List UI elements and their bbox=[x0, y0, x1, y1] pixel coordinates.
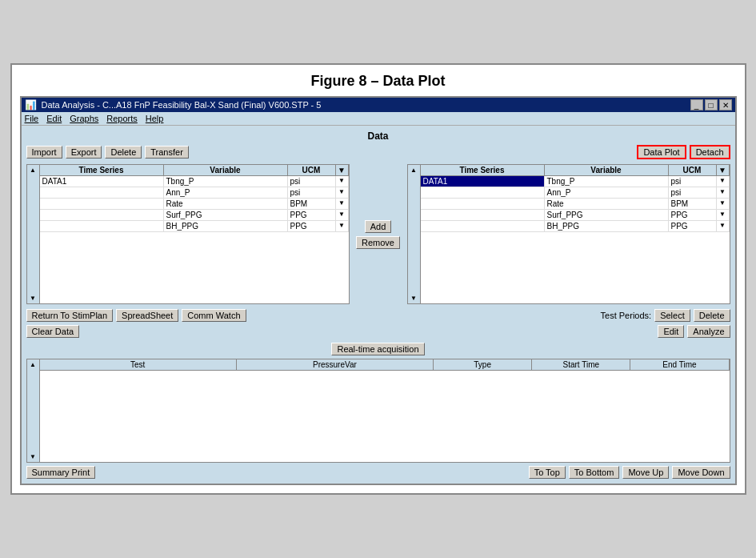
log-table-header: Test PressureVar Type Start Time End Tim… bbox=[40, 359, 730, 371]
detach-button[interactable]: Detach bbox=[690, 145, 730, 159]
to-bottom-button[interactable]: To Bottom bbox=[569, 466, 620, 479]
figure-title: Figure 8 – Data Plot bbox=[20, 73, 737, 90]
menu-file[interactable]: File bbox=[25, 114, 39, 123]
remove-button[interactable]: Remove bbox=[356, 236, 400, 249]
left-scroll-down-icon[interactable]: ▼ bbox=[30, 295, 36, 302]
left-table-header: Time Series Variable UCM ▼ bbox=[40, 165, 349, 176]
log-table-body bbox=[40, 371, 730, 451]
table-row[interactable]: DATA1Tbng_Ppsi▼ bbox=[421, 176, 730, 187]
right-table-body: DATA1Tbng_Ppsi▼ Ann_Ppsi▼ RateBPM▼ Surf_… bbox=[421, 176, 730, 232]
close-btn[interactable]: ✕ bbox=[719, 99, 732, 110]
maximize-btn[interactable]: □ bbox=[705, 99, 718, 110]
delete-periods-button[interactable]: Delete bbox=[694, 309, 730, 322]
app-icon: 📊 bbox=[25, 99, 37, 110]
table-row[interactable]: BH_PPGPPG▼ bbox=[40, 221, 349, 232]
right-scroll-down-icon[interactable]: ▼ bbox=[410, 295, 417, 302]
table-row[interactable]: RateBPM▼ bbox=[421, 199, 730, 210]
table-row[interactable]: Ann_Ppsi▼ bbox=[421, 187, 730, 199]
real-time-button[interactable]: Real-time acquisition bbox=[331, 343, 424, 355]
import-button[interactable]: Import bbox=[26, 146, 62, 159]
move-down-button[interactable]: Move Down bbox=[672, 466, 730, 479]
delete-button[interactable]: Delete bbox=[105, 146, 142, 159]
table-row[interactable]: BH_PPGPPG▼ bbox=[421, 221, 730, 232]
data-plot-button[interactable]: Data Plot bbox=[637, 145, 686, 159]
spreadsheet-button[interactable]: SpreadSheet bbox=[116, 309, 178, 322]
transfer-button[interactable]: Transfer bbox=[145, 146, 189, 159]
right-scroll-up-icon[interactable]: ▲ bbox=[410, 167, 417, 174]
clear-data-button[interactable]: Clear Data bbox=[26, 325, 80, 338]
to-top-button[interactable]: To Top bbox=[529, 466, 566, 479]
left-table-body: DATA1Tbng_Ppsi▼ Ann_Ppsi▼ RateBPM▼ Surf_… bbox=[40, 176, 349, 232]
table-row[interactable]: Surf_PPGPPG▼ bbox=[40, 210, 349, 221]
title-bar-text: Data Analysis - C...A18 FnP Feasibility … bbox=[42, 100, 322, 110]
move-up-button[interactable]: Move Up bbox=[622, 466, 669, 479]
menu-edit[interactable]: Edit bbox=[46, 114, 62, 123]
title-bar: 📊 Data Analysis - C...A18 FnP Feasibilit… bbox=[22, 98, 735, 112]
test-periods-label: Test Periods: bbox=[601, 311, 652, 320]
comm-watch-button[interactable]: Comm Watch bbox=[182, 309, 246, 322]
summary-print-button[interactable]: Summary Print bbox=[26, 466, 96, 479]
log-scroll-down-icon[interactable]: ▼ bbox=[30, 453, 36, 460]
table-row[interactable]: DATA1Tbng_Ppsi▼ bbox=[40, 176, 349, 187]
left-scroll-up-icon[interactable]: ▲ bbox=[30, 167, 36, 174]
table-row[interactable]: Ann_Ppsi▼ bbox=[40, 187, 349, 199]
table-row[interactable]: RateBPM▼ bbox=[40, 199, 349, 210]
export-button[interactable]: Export bbox=[66, 146, 102, 159]
select-button[interactable]: Select bbox=[654, 309, 690, 322]
edit-button[interactable]: Edit bbox=[658, 325, 684, 338]
menu-help[interactable]: Help bbox=[146, 114, 164, 123]
menu-graphs[interactable]: Graphs bbox=[70, 114, 98, 123]
menu-bar: File Edit Graphs Reports Help bbox=[22, 112, 735, 126]
menu-reports[interactable]: Reports bbox=[106, 114, 138, 123]
return-to-stimplan-button[interactable]: Return To StimPlan bbox=[26, 309, 114, 322]
analyze-button[interactable]: Analyze bbox=[687, 325, 730, 338]
table-row[interactable]: Surf_PPGPPG▼ bbox=[421, 210, 730, 221]
right-table-header: Time Series Variable UCM ▼ bbox=[421, 165, 730, 176]
minimize-btn[interactable]: _ bbox=[690, 99, 703, 110]
data-section-label: Data bbox=[26, 130, 730, 142]
log-scroll-up-icon[interactable]: ▲ bbox=[30, 361, 36, 368]
add-button[interactable]: Add bbox=[365, 220, 392, 233]
